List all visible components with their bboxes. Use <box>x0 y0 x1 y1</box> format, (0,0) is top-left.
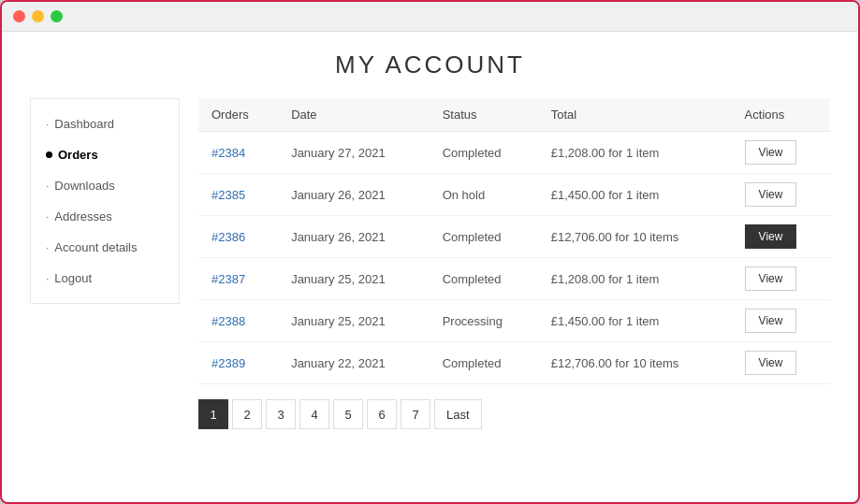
sidebar-item-downloads[interactable]: · Downloads <box>31 170 179 201</box>
main-area: · Dashboard Orders · Downloads · Address… <box>30 98 830 483</box>
page-btn-1[interactable]: 1 <box>198 399 228 429</box>
cell-action-1: View <box>732 174 830 216</box>
sidebar-item-logout[interactable]: · Logout <box>31 263 179 294</box>
dash-icon-2: · <box>46 180 49 193</box>
order-link-0[interactable]: #2384 <box>211 146 245 160</box>
cell-total-1: £1,450.00 for 1 item <box>538 174 732 216</box>
cell-total-5: £12,706.00 for 10 items <box>538 342 732 384</box>
maximize-button[interactable] <box>51 10 63 22</box>
cell-date-1: January 26, 2021 <box>278 174 430 216</box>
sidebar-label-dashboard: Dashboard <box>54 117 114 131</box>
page-title: MY ACCOUNT <box>30 50 830 79</box>
sidebar-label-account-details: Account details <box>54 240 137 254</box>
cell-date-0: January 27, 2021 <box>278 132 430 174</box>
table-row: #2389 January 22, 2021 Completed £12,706… <box>198 342 830 384</box>
page-btn-5[interactable]: 5 <box>333 399 363 429</box>
table-row: #2386 January 26, 2021 Completed £12,706… <box>198 216 830 258</box>
page-btn-4[interactable]: 4 <box>299 399 329 429</box>
minimize-button[interactable] <box>32 10 44 22</box>
cell-order-1: #2385 <box>198 174 278 216</box>
table-area: Orders Date Status Total Actions #2384 J… <box>198 98 830 483</box>
table-row: #2384 January 27, 2021 Completed £1,208.… <box>198 132 830 174</box>
cell-action-4: View <box>732 300 830 342</box>
cell-date-5: January 22, 2021 <box>278 342 430 384</box>
dash-icon-5: · <box>46 272 49 285</box>
dash-icon: · <box>46 118 49 131</box>
table-header-row: Orders Date Status Total Actions <box>198 98 830 132</box>
close-button[interactable] <box>13 10 25 22</box>
cell-order-2: #2386 <box>198 216 278 258</box>
cell-total-3: £1,208.00 for 1 item <box>538 258 732 300</box>
sidebar: · Dashboard Orders · Downloads · Address… <box>30 98 180 304</box>
cell-order-3: #2387 <box>198 258 278 300</box>
cell-action-2: View <box>732 216 830 258</box>
sidebar-label-downloads: Downloads <box>54 179 114 193</box>
col-orders: Orders <box>198 98 278 132</box>
cell-status-4: Processing <box>430 300 538 342</box>
order-link-4[interactable]: #2388 <box>211 314 245 328</box>
view-button-4[interactable]: View <box>745 309 797 333</box>
sidebar-label-addresses: Addresses <box>54 209 111 223</box>
cell-action-0: View <box>732 132 830 174</box>
order-link-1[interactable]: #2385 <box>211 188 245 202</box>
titlebar <box>2 2 858 32</box>
view-button-2[interactable]: View <box>745 224 797 249</box>
cell-date-4: January 25, 2021 <box>278 300 430 342</box>
cell-total-4: £1,450.00 for 1 item <box>538 300 732 342</box>
sidebar-label-logout: Logout <box>54 271 92 285</box>
col-date: Date <box>278 98 430 132</box>
orders-table: Orders Date Status Total Actions #2384 J… <box>198 98 830 384</box>
cell-order-5: #2389 <box>198 342 278 384</box>
bullet-icon <box>46 151 52 158</box>
cell-status-1: On hold <box>430 174 538 216</box>
page-btn-7[interactable]: 7 <box>401 399 430 429</box>
view-button-3[interactable]: View <box>745 266 797 291</box>
dash-icon-4: · <box>46 241 49 254</box>
page-content: MY ACCOUNT · Dashboard Orders · Download… <box>2 32 858 502</box>
cell-total-0: £1,208.00 for 1 item <box>538 132 732 174</box>
order-link-5[interactable]: #2389 <box>211 356 245 370</box>
pagination: 1234567Last <box>198 399 830 429</box>
cell-order-4: #2388 <box>198 300 278 342</box>
page-btn-2[interactable]: 2 <box>232 399 262 429</box>
sidebar-item-addresses[interactable]: · Addresses <box>31 201 179 232</box>
sidebar-label-orders: Orders <box>58 148 98 162</box>
sidebar-item-account-details[interactable]: · Account details <box>31 232 179 263</box>
cell-action-5: View <box>732 342 830 384</box>
page-btn-3[interactable]: 3 <box>266 399 296 429</box>
col-status: Status <box>430 98 538 132</box>
cell-status-5: Completed <box>430 342 538 384</box>
cell-action-3: View <box>732 258 830 300</box>
view-button-0[interactable]: View <box>745 140 797 165</box>
app-window: MY ACCOUNT · Dashboard Orders · Download… <box>0 0 860 504</box>
table-row: #2385 January 26, 2021 On hold £1,450.00… <box>198 174 830 216</box>
order-link-3[interactable]: #2387 <box>211 272 245 286</box>
cell-status-0: Completed <box>430 132 538 174</box>
order-link-2[interactable]: #2386 <box>211 230 245 244</box>
cell-status-2: Completed <box>430 216 538 258</box>
page-last-button[interactable]: Last <box>434 399 482 429</box>
cell-total-2: £12,706.00 for 10 items <box>538 216 732 258</box>
cell-status-3: Completed <box>430 258 538 300</box>
cell-order-0: #2384 <box>198 132 278 174</box>
sidebar-item-dashboard[interactable]: · Dashboard <box>31 108 179 139</box>
table-row: #2387 January 25, 2021 Completed £1,208.… <box>198 258 830 300</box>
col-total: Total <box>538 98 732 132</box>
sidebar-item-orders[interactable]: Orders <box>31 139 179 170</box>
page-btn-6[interactable]: 6 <box>367 399 397 429</box>
col-actions: Actions <box>732 98 830 132</box>
dash-icon-3: · <box>46 210 49 223</box>
view-button-5[interactable]: View <box>745 351 797 375</box>
table-row: #2388 January 25, 2021 Processing £1,450… <box>198 300 830 342</box>
view-button-1[interactable]: View <box>745 182 797 207</box>
cell-date-2: January 26, 2021 <box>278 216 430 258</box>
cell-date-3: January 25, 2021 <box>278 258 430 300</box>
